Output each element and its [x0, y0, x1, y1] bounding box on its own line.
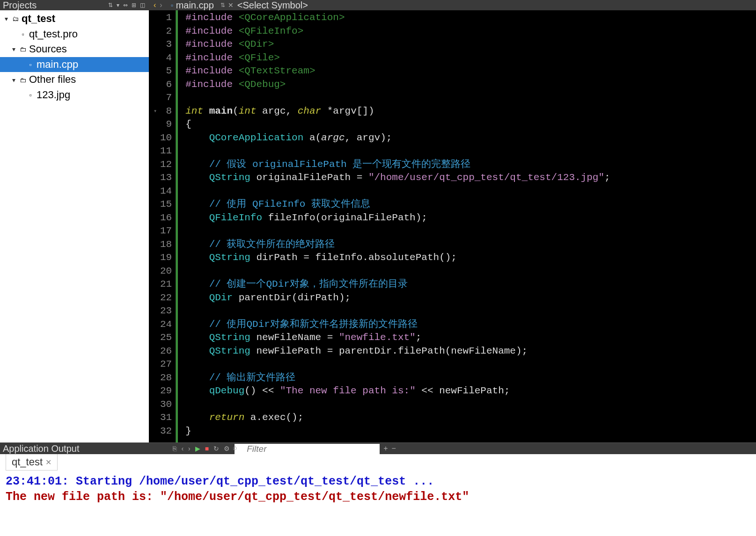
output-filter-input[interactable]: [235, 444, 380, 454]
output-prev-icon[interactable]: ‹: [181, 445, 183, 452]
projects-split-icon[interactable]: ◫: [139, 2, 146, 8]
code-line[interactable]: QCoreApplication a(argc, argv);: [185, 131, 610, 145]
line-number[interactable]: 21: [160, 278, 172, 291]
tab-dropdown-icon[interactable]: ⇅: [218, 2, 228, 8]
code-editor[interactable]: 1234567891011121314151617181920212223242…: [149, 10, 756, 442]
code-line[interactable]: #include <QDir>: [185, 38, 610, 51]
line-number[interactable]: 17: [160, 225, 172, 238]
line-number[interactable]: 8: [160, 105, 172, 118]
output-settings-icon[interactable]: ⚙: [224, 445, 230, 452]
code-line[interactable]: // 创建一个QDir对象，指向文件所在的目录: [185, 278, 610, 291]
code-line[interactable]: #include <QTextStream>: [185, 65, 610, 78]
code-line[interactable]: // 使用 QFileInfo 获取文件信息: [185, 198, 610, 211]
symbol-selector-dropdown[interactable]: <Select Symbol>: [234, 0, 756, 11]
nav-forward-icon[interactable]: ›: [160, 1, 162, 9]
line-number[interactable]: 7: [160, 91, 172, 105]
output-line: 23:41:01: Starting /home/user/qt_cpp_tes…: [6, 474, 750, 490]
code-line[interactable]: #include <QDebug>: [185, 78, 610, 92]
line-number[interactable]: 19: [160, 251, 172, 265]
code-line[interactable]: #include <QFile>: [185, 51, 610, 65]
output-run-icon[interactable]: ▶: [195, 445, 200, 452]
output-tab-close-icon[interactable]: ✕: [45, 458, 51, 467]
output-zoom-in-icon[interactable]: +: [383, 444, 388, 453]
code-line[interactable]: QString dirPath = fileInfo.absolutePath(…: [185, 251, 610, 265]
tree-main-cpp[interactable]: ▫ main.cpp: [0, 57, 149, 72]
code-line[interactable]: QDir parentDir(dirPath);: [185, 291, 610, 305]
line-number[interactable]: 2: [160, 25, 172, 38]
code-line[interactable]: [185, 225, 610, 238]
output-stop-icon[interactable]: ■: [205, 445, 209, 452]
code-line[interactable]: [185, 304, 610, 318]
line-number[interactable]: 9: [160, 118, 172, 131]
code-line[interactable]: return a.exec();: [185, 411, 610, 425]
expand-arrow-icon[interactable]: ▾: [5, 14, 11, 23]
output-zoom-out-icon[interactable]: −: [392, 444, 396, 453]
code-line[interactable]: int main(int argc, char *argv[]): [185, 105, 610, 118]
line-number[interactable]: 4: [160, 51, 172, 65]
line-number[interactable]: 15: [160, 198, 172, 211]
code-line[interactable]: // 输出新文件路径: [185, 371, 610, 385]
code-line[interactable]: #include <QCoreApplication>: [185, 11, 610, 25]
code-line[interactable]: #include <QFileInfo>: [185, 25, 610, 38]
code-content[interactable]: #include <QCoreApplication>#include <QFi…: [182, 10, 610, 442]
output-tab-qt-test[interactable]: qt_test ✕: [6, 454, 58, 471]
code-line[interactable]: // 假设 originalFilePath 是一个现有文件的完整路径: [185, 158, 610, 172]
projects-filter-icon[interactable]: ▾: [116, 2, 120, 8]
code-line[interactable]: QFileInfo fileInfo(originalFilePath);: [185, 211, 610, 225]
line-number[interactable]: 13: [160, 171, 172, 185]
output-rerun-icon[interactable]: ↻: [213, 445, 219, 452]
code-line[interactable]: // 使用QDir对象和新文件名拼接新的文件路径: [185, 318, 610, 332]
code-line[interactable]: // 获取文件所在的绝对路径: [185, 238, 610, 252]
line-number[interactable]: 22: [160, 291, 172, 305]
line-number[interactable]: 10: [160, 131, 172, 145]
output-attach-icon[interactable]: ⎘: [173, 445, 176, 452]
code-line[interactable]: [185, 265, 610, 278]
code-line[interactable]: [185, 358, 610, 371]
code-line[interactable]: [185, 91, 610, 105]
expand-arrow-icon[interactable]: ▾: [12, 76, 19, 84]
code-line[interactable]: qDebug() << "The new file path is:" << n…: [185, 384, 610, 398]
code-line[interactable]: QString newFilePath = parentDir.filePath…: [185, 345, 610, 358]
projects-link-icon[interactable]: ⇔: [122, 2, 129, 8]
code-line[interactable]: QString newFileName = "newfile.txt";: [185, 331, 610, 345]
line-number[interactable]: 32: [160, 425, 172, 438]
line-number[interactable]: 23: [160, 304, 172, 318]
code-line[interactable]: [185, 185, 610, 198]
output-console[interactable]: 23:41:01: Starting /home/user/qt_cpp_tes…: [0, 471, 756, 536]
tree-image-file[interactable]: ▫ 123.jpg: [0, 87, 149, 103]
line-number[interactable]: 5: [160, 65, 172, 78]
code-line[interactable]: QString originalFilePath = "/home/user/q…: [185, 171, 610, 185]
line-number[interactable]: 29: [160, 384, 172, 398]
line-number[interactable]: 28: [160, 371, 172, 385]
line-number[interactable]: 26: [160, 345, 172, 358]
line-number[interactable]: 24: [160, 318, 172, 332]
tree-other-files-folder[interactable]: ▾ 🗀 Other files: [0, 72, 149, 87]
line-number[interactable]: 3: [160, 38, 172, 51]
line-number[interactable]: 18: [160, 238, 172, 252]
line-number[interactable]: 20: [160, 265, 172, 278]
tree-pro-file[interactable]: ▫ qt_test.pro: [0, 27, 149, 42]
editor-tab-main-cpp[interactable]: ▫ main.cpp: [167, 0, 218, 11]
line-number[interactable]: 6: [160, 78, 172, 92]
code-line[interactable]: }: [185, 425, 610, 438]
line-number[interactable]: 14: [160, 185, 172, 198]
tree-project-root[interactable]: ▾ 🗂 qt_test: [0, 11, 149, 27]
code-line[interactable]: [185, 145, 610, 158]
code-line[interactable]: {: [185, 118, 610, 131]
line-number[interactable]: 1: [160, 11, 172, 25]
projects-sort-icon[interactable]: ⇅: [107, 2, 114, 8]
output-next-icon[interactable]: ›: [188, 445, 191, 452]
line-number[interactable]: 25: [160, 331, 172, 345]
line-number[interactable]: 11: [160, 145, 172, 158]
line-number[interactable]: 30: [160, 398, 172, 412]
code-line[interactable]: [185, 398, 610, 412]
line-number[interactable]: 27: [160, 358, 172, 371]
line-number[interactable]: 16: [160, 211, 172, 225]
line-number[interactable]: 12: [160, 158, 172, 172]
tab-close-icon[interactable]: ✕: [228, 1, 234, 9]
nav-back-icon[interactable]: ‹: [154, 1, 156, 9]
projects-expand-icon[interactable]: ⊞: [131, 2, 137, 8]
line-number[interactable]: 31: [160, 411, 172, 425]
tree-sources-folder[interactable]: ▾ 🗀 Sources: [0, 42, 149, 57]
expand-arrow-icon[interactable]: ▾: [12, 45, 19, 53]
